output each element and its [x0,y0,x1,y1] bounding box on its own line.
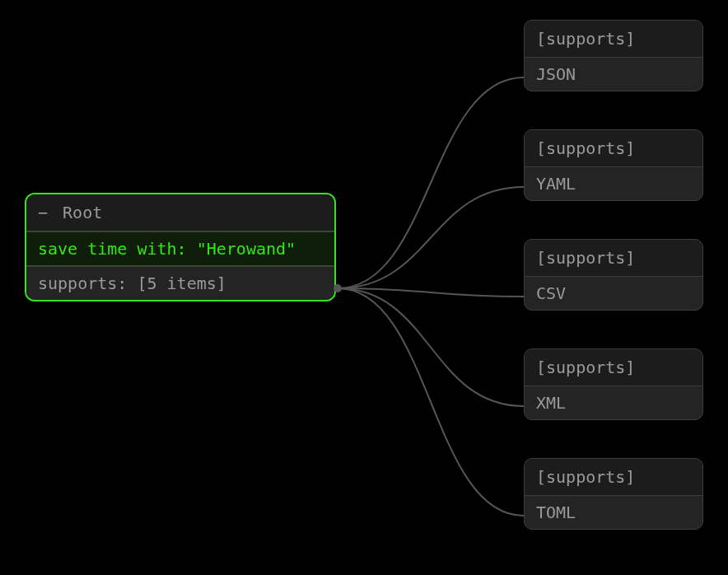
root-array-summary: [5 items] [137,273,226,293]
root-title: Root [63,203,102,222]
edge [338,288,524,406]
edge [338,187,524,288]
child-value: JSON [525,57,702,91]
root-kv-value: "Herowand" [197,239,296,259]
child-tag: [supports] [525,130,702,166]
child-node-csv[interactable]: [supports] CSV [524,239,703,311]
child-node-xml[interactable]: [supports] XML [524,348,703,420]
child-node-toml[interactable]: [supports] TOML [524,458,703,530]
root-node[interactable]: − Root save time with: "Herowand" suppor… [25,193,336,302]
root-header[interactable]: − Root [26,194,334,231]
child-value: YAML [525,166,702,200]
child-value: XML [525,386,702,419]
child-value: CSV [525,276,702,310]
collapse-toggle[interactable]: − [38,203,53,222]
child-tag: [supports] [525,349,702,386]
root-array-row: supports: [5 items] [26,266,334,300]
child-tag: [supports] [525,240,702,276]
edge [338,288,524,516]
root-output-port[interactable] [334,284,342,292]
edge [338,77,524,288]
child-value: TOML [525,495,702,529]
child-node-yaml[interactable]: [supports] YAML [524,129,703,201]
child-tag: [supports] [525,21,702,57]
root-array-key: supports: [38,273,127,293]
child-tag: [supports] [525,459,702,495]
edge [338,288,524,297]
root-kv-key: save time with: [38,239,187,259]
child-node-json[interactable]: [supports] JSON [524,20,703,91]
root-kv-row: save time with: "Herowand" [26,231,334,266]
